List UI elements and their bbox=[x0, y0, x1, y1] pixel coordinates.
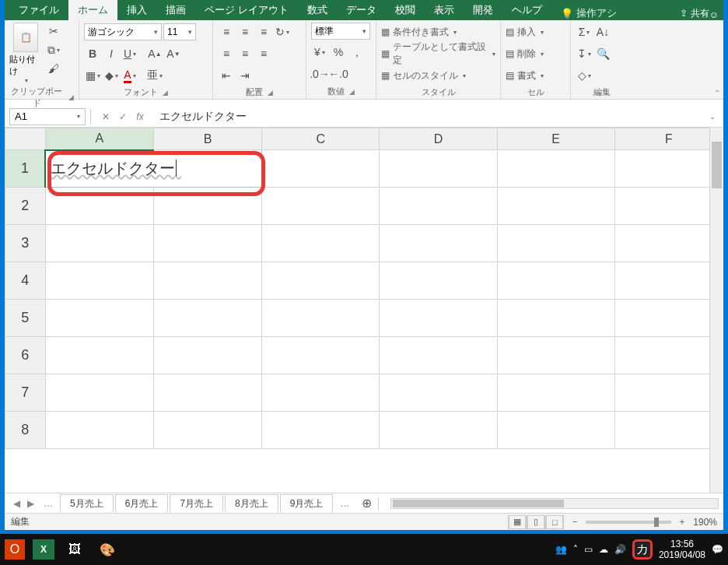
cut-button[interactable]: ✂ bbox=[45, 23, 62, 40]
borders-button[interactable]: ▦▾ bbox=[84, 67, 101, 84]
font-family-select[interactable]: 游ゴシック▾ bbox=[84, 23, 162, 40]
grid-cell[interactable] bbox=[45, 412, 153, 449]
taskbar-paint-button[interactable]: 🎨 bbox=[95, 538, 120, 561]
delete-cells-button[interactable]: ▤ 削除▾ bbox=[506, 44, 544, 63]
orientation-button[interactable]: ↻▾ bbox=[274, 23, 291, 40]
decrease-font-button[interactable]: A▼ bbox=[165, 45, 182, 62]
taskbar-clock[interactable]: 13:56 2019/04/08 bbox=[659, 539, 705, 561]
people-tray-icon[interactable]: 👥 bbox=[555, 544, 567, 555]
taskbar-photos-button[interactable]: 🖼 bbox=[62, 538, 87, 561]
dialog-launcher-icon[interactable]: ◢ bbox=[268, 89, 273, 97]
grid-cell[interactable] bbox=[45, 337, 153, 374]
column-header-e[interactable]: E bbox=[497, 128, 614, 150]
grid-cell[interactable] bbox=[614, 374, 723, 412]
increase-font-button[interactable]: A▲ bbox=[146, 45, 163, 62]
tab-file[interactable]: ファイル bbox=[9, 0, 68, 20]
align-right-button[interactable]: ≡ bbox=[255, 45, 272, 62]
taskbar-excel-button[interactable]: X bbox=[33, 539, 54, 560]
sort-filter-button[interactable]: A↓ bbox=[594, 23, 611, 40]
cell-styles-button[interactable]: ▦ セルのスタイル▾ bbox=[381, 66, 466, 85]
grid-cell[interactable] bbox=[380, 412, 497, 449]
dialog-launcher-icon[interactable]: ◢ bbox=[68, 93, 74, 101]
cancel-edit-button[interactable]: ✕ bbox=[99, 111, 113, 122]
grid-cell[interactable] bbox=[614, 225, 723, 262]
grid-cell[interactable] bbox=[614, 188, 723, 225]
tab-help[interactable]: ヘルプ bbox=[502, 0, 551, 20]
grid-cell[interactable] bbox=[497, 374, 614, 412]
grid-cell[interactable] bbox=[380, 300, 497, 337]
zoom-out-button[interactable]: － bbox=[570, 515, 579, 528]
tab-developer[interactable]: 開発 bbox=[464, 0, 502, 20]
format-painter-button[interactable]: 🖌 bbox=[45, 60, 62, 77]
column-header-c[interactable]: C bbox=[262, 128, 380, 150]
insert-cells-button[interactable]: ▤ 挿入▾ bbox=[506, 23, 544, 41]
ime-indicator[interactable]: カ bbox=[632, 539, 653, 560]
vertical-scrollbar[interactable] bbox=[709, 128, 723, 493]
formula-input[interactable] bbox=[155, 108, 702, 125]
tab-home[interactable]: ホーム bbox=[68, 0, 117, 20]
grid-cell[interactable] bbox=[614, 262, 723, 300]
page-break-view-button[interactable]: □ bbox=[545, 515, 564, 529]
cell-c1[interactable] bbox=[262, 150, 380, 188]
row-header-2[interactable]: 2 bbox=[5, 188, 46, 225]
grid-cell[interactable] bbox=[380, 262, 497, 300]
sheet-tab[interactable]: 8月売上 bbox=[225, 494, 278, 513]
action-center-button[interactable]: 💬 bbox=[712, 544, 723, 555]
increase-indent-button[interactable]: ⇥ bbox=[236, 67, 254, 84]
horizontal-scrollbar[interactable] bbox=[390, 498, 719, 509]
scrollbar-thumb[interactable] bbox=[393, 500, 564, 507]
grid-cell[interactable] bbox=[380, 225, 497, 262]
column-header-a[interactable]: A bbox=[45, 128, 153, 150]
confirm-edit-button[interactable]: ✓ bbox=[116, 111, 130, 122]
decrease-indent-button[interactable]: ⇤ bbox=[218, 67, 235, 84]
fill-button[interactable]: ↧▾ bbox=[576, 45, 593, 62]
grid-cell[interactable] bbox=[380, 337, 497, 374]
worksheet-grid[interactable]: A B C D E F 1 エクセルドクター 2 3 4 5 6 bbox=[5, 128, 723, 493]
number-format-select[interactable]: 標準▾ bbox=[311, 23, 370, 40]
grid-cell[interactable] bbox=[262, 374, 380, 412]
sheet-tab[interactable]: 7月売上 bbox=[170, 494, 223, 513]
dialog-launcher-icon[interactable]: ◢ bbox=[349, 88, 355, 96]
phonetic-button[interactable]: 亜▾ bbox=[146, 67, 163, 84]
volume-tray-icon[interactable]: 🔊 bbox=[614, 544, 626, 555]
grid-cell[interactable] bbox=[154, 188, 262, 225]
grid-cell[interactable] bbox=[262, 225, 380, 262]
sheet-nav-prev[interactable]: ◀ bbox=[9, 498, 23, 509]
align-center-button[interactable]: ≡ bbox=[236, 45, 254, 62]
row-header-1[interactable]: 1 bbox=[5, 150, 46, 188]
grid-cell[interactable] bbox=[497, 262, 614, 300]
fill-color-button[interactable]: ◆▾ bbox=[103, 67, 120, 84]
cell-a1[interactable]: エクセルドクター bbox=[45, 150, 262, 188]
tab-data[interactable]: データ bbox=[337, 0, 386, 20]
increase-decimal-button[interactable]: .0→ bbox=[311, 65, 328, 82]
paste-button[interactable]: 📋 貼り付け ▾ bbox=[9, 23, 42, 84]
expand-formula-bar-button[interactable]: ⌄ bbox=[706, 112, 719, 121]
column-header-d[interactable]: D bbox=[380, 128, 497, 150]
row-header-6[interactable]: 6 bbox=[5, 337, 46, 374]
grid-cell[interactable] bbox=[154, 300, 262, 337]
sheet-nav-next[interactable]: ▶ bbox=[23, 498, 37, 509]
row-header-5[interactable]: 5 bbox=[5, 300, 46, 337]
cell-f1[interactable] bbox=[614, 150, 723, 188]
grid-cell[interactable] bbox=[154, 262, 262, 300]
office-launcher-button[interactable]: O bbox=[5, 539, 25, 560]
dialog-launcher-icon[interactable]: ◢ bbox=[163, 89, 168, 97]
autosum-button[interactable]: Σ▾ bbox=[576, 23, 593, 40]
grid-cell[interactable] bbox=[262, 337, 380, 374]
clear-button[interactable]: ◇▾ bbox=[576, 67, 593, 84]
feedback-button[interactable]: ☺ bbox=[709, 9, 719, 20]
sheet-tab[interactable]: 5月売上 bbox=[60, 494, 114, 513]
tab-draw[interactable]: 描画 bbox=[156, 0, 195, 20]
align-top-button[interactable]: ≡ bbox=[218, 23, 235, 40]
scrollbar-thumb[interactable] bbox=[712, 142, 722, 188]
grid-cell[interactable] bbox=[262, 300, 380, 337]
conditional-formatting-button[interactable]: ▦ 条件付き書式▾ bbox=[381, 23, 457, 41]
decrease-decimal-button[interactable]: ←.0 bbox=[330, 65, 347, 82]
tray-chevron-icon[interactable]: ˄ bbox=[573, 544, 578, 555]
cell-e1[interactable] bbox=[497, 150, 614, 188]
tab-formulas[interactable]: 数式 bbox=[298, 0, 337, 20]
format-as-table-button[interactable]: ▦ テーブルとして書式設定▾ bbox=[381, 44, 495, 63]
column-header-f[interactable]: F bbox=[614, 128, 723, 150]
normal-view-button[interactable]: ▦ bbox=[508, 515, 527, 529]
align-bottom-button[interactable]: ≡ bbox=[255, 23, 272, 40]
